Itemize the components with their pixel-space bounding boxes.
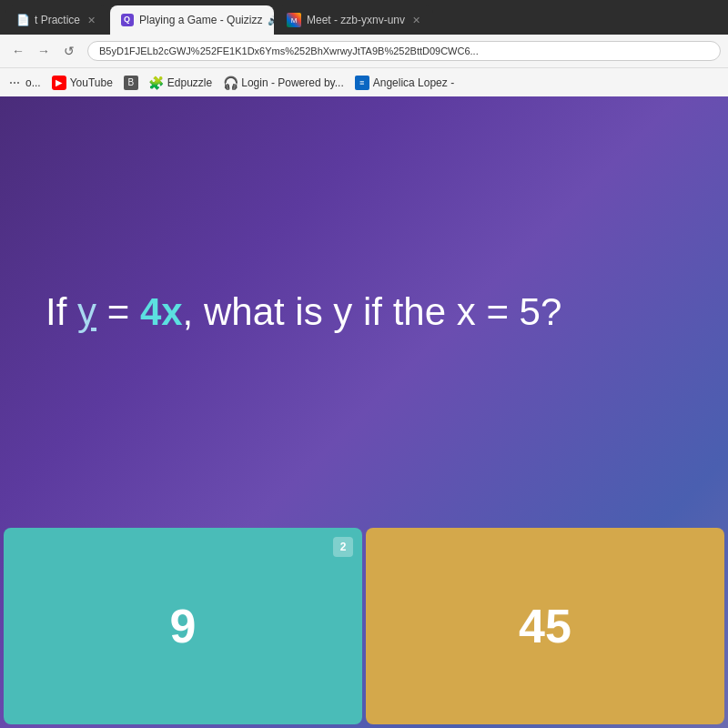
bookmark-youtube[interactable]: ▶ YouTube bbox=[52, 76, 113, 90]
meet-tab-icon: M bbox=[287, 13, 301, 27]
question-var-y: y bbox=[77, 290, 96, 333]
unknown-icon: B bbox=[124, 76, 138, 90]
answer-value-9: 9 bbox=[170, 599, 197, 653]
main-content: If y = 4x, what is y if the x = 5? 2 9 4… bbox=[0, 96, 728, 728]
nav-buttons: ← → ↺ bbox=[7, 40, 80, 62]
tab-practice-label: t Practice bbox=[35, 14, 80, 26]
question-text-equals: = bbox=[96, 290, 140, 333]
reload-button[interactable]: ↺ bbox=[58, 40, 80, 62]
tab-audio-icon: 🔊 bbox=[268, 15, 274, 25]
bookmark-login-label: Login - Powered by... bbox=[241, 76, 344, 89]
login-icon: 🎧 bbox=[223, 76, 238, 90]
answer-badge-2: 2 bbox=[333, 537, 353, 557]
question-text-before: If bbox=[46, 290, 77, 333]
tab-practice-close[interactable]: ✕ bbox=[86, 13, 97, 28]
practice-tab-icon: 📄 bbox=[16, 14, 29, 26]
bookmarks-bar: ⋯ o... ▶ YouTube B 🧩 Edpuzzle 🎧 Login - … bbox=[0, 67, 728, 96]
question-text-after: , what is y if the x = 5? bbox=[183, 290, 562, 333]
bookmark-youtube-label: YouTube bbox=[70, 76, 113, 89]
tab-meet-label: Meet - zzb-yxnv-unv bbox=[307, 14, 405, 26]
dots-icon: ⋯ bbox=[7, 76, 22, 90]
question-area: If y = 4x, what is y if the x = 5? bbox=[0, 96, 728, 528]
bookmark-edpuzzle[interactable]: 🧩 Edpuzzle bbox=[149, 76, 212, 90]
tab-meet[interactable]: M Meet - zzb-yxnv-unv ✕ bbox=[276, 5, 433, 35]
back-button[interactable]: ← bbox=[7, 40, 29, 62]
bookmark-unknown[interactable]: B bbox=[124, 76, 138, 90]
tab-bar: 📄 t Practice ✕ Q Playing a Game - Quiziz… bbox=[0, 0, 728, 35]
youtube-icon: ▶ bbox=[52, 76, 66, 90]
bookmark-angelica[interactable]: ≡ Angelica Lopez - bbox=[355, 76, 454, 90]
answer-card-45[interactable]: 45 bbox=[366, 528, 724, 724]
answer-card-9[interactable]: 2 9 bbox=[4, 528, 362, 724]
url-bar[interactable]: B5yD1FJELb2cGWJ%252FE1K1Dx6Yms%252BhXwrw… bbox=[87, 41, 721, 61]
tab-quizizz-label: Playing a Game - Quizizz bbox=[139, 14, 262, 26]
answers-area: 2 9 45 bbox=[0, 528, 728, 728]
bookmark-dots-label: o... bbox=[25, 76, 41, 89]
question-val-4x: 4x bbox=[140, 290, 183, 333]
answer-value-45: 45 bbox=[519, 599, 571, 653]
bookmark-angelica-label: Angelica Lopez - bbox=[373, 76, 454, 89]
bookmark-edpuzzle-label: Edpuzzle bbox=[167, 76, 212, 89]
angelica-icon: ≡ bbox=[355, 76, 369, 90]
browser-chrome: 📄 t Practice ✕ Q Playing a Game - Quiziz… bbox=[0, 0, 728, 96]
bookmark-login[interactable]: 🎧 Login - Powered by... bbox=[223, 76, 344, 90]
edpuzzle-icon: 🧩 bbox=[149, 76, 164, 90]
forward-button[interactable]: → bbox=[33, 40, 55, 62]
bookmark-dots[interactable]: ⋯ o... bbox=[7, 76, 41, 90]
quizizz-tab-icon: Q bbox=[121, 14, 134, 26]
tab-quizizz[interactable]: Q Playing a Game - Quizizz 🔊 ✕ bbox=[110, 5, 274, 35]
tab-practice[interactable]: 📄 t Practice ✕ bbox=[5, 5, 108, 35]
tab-meet-close[interactable]: ✕ bbox=[410, 13, 422, 28]
address-bar: ← → ↺ B5yD1FJELb2cGWJ%252FE1K1Dx6Yms%252… bbox=[0, 35, 728, 67]
question-text: If y = 4x, what is y if the x = 5? bbox=[46, 288, 561, 338]
